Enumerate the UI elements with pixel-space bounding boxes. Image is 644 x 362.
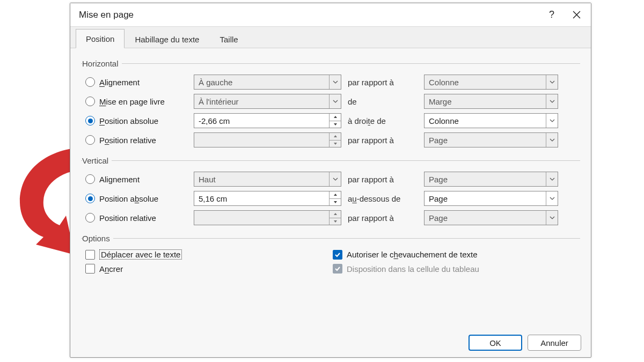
- combo-v-alignment-value[interactable]: Haut: [194, 172, 341, 187]
- group-horizontal-legend: Horizontal: [82, 59, 122, 68]
- spinner-up-icon[interactable]: [330, 133, 341, 141]
- combo-v-alignment-ref[interactable]: Page: [424, 172, 558, 187]
- label-h-relative-to-1: par rapport à: [348, 78, 418, 87]
- label-h-relative-to-2: par rapport à: [348, 136, 418, 145]
- spinner-down-icon[interactable]: [330, 218, 341, 225]
- combo-h-alignment-value[interactable]: À gauche: [194, 75, 341, 90]
- chevron-down-icon: [546, 94, 558, 108]
- close-icon: [573, 11, 581, 19]
- label-h-right-of: à droite de: [348, 116, 418, 125]
- tab-text-wrapping[interactable]: Habillage du texte: [125, 29, 209, 48]
- tab-size[interactable]: Taille: [209, 29, 248, 48]
- chevron-down-icon: [329, 94, 341, 108]
- combo-h-book-value[interactable]: À l'intérieur: [194, 94, 341, 109]
- chevron-down-icon: [546, 191, 558, 205]
- cancel-button[interactable]: Annuler: [528, 335, 581, 351]
- label-v-below: au-dessous de: [348, 194, 418, 203]
- spinner-up-icon[interactable]: [330, 114, 341, 121]
- radio-h-alignment[interactable]: Alignement: [85, 77, 187, 87]
- radio-h-absolute[interactable]: Position absolue: [85, 116, 187, 125]
- titlebar: Mise en page ?: [70, 3, 591, 27]
- combo-h-relative-ref[interactable]: Page: [424, 132, 558, 147]
- ok-button[interactable]: OK: [469, 335, 522, 351]
- chevron-down-icon: [329, 75, 341, 89]
- radio-v-alignment[interactable]: Alignement: [85, 174, 187, 184]
- chevron-down-icon: [546, 114, 558, 128]
- combo-h-alignment-ref[interactable]: Colonne: [424, 75, 558, 90]
- radio-v-relative[interactable]: Position relative: [85, 213, 187, 223]
- layout-dialog: Mise en page ? Position Habillage du tex…: [70, 3, 591, 358]
- combo-v-absolute-ref[interactable]: Page: [424, 191, 558, 206]
- spinner-h-relative-value[interactable]: [194, 132, 341, 147]
- group-vertical: Vertical Alignement Haut par rapport à P…: [81, 156, 580, 231]
- spinner-down-icon[interactable]: [330, 141, 341, 147]
- chevron-down-icon: [546, 172, 558, 186]
- check-icon: [334, 265, 341, 272]
- spinner-up-icon[interactable]: [330, 191, 341, 199]
- dialog-title: Mise en page: [79, 10, 134, 20]
- checkbox-table-cell-layout: Disposition dans la cellule du tableau: [333, 264, 580, 274]
- label-v-relative-to-1: par rapport à: [348, 175, 418, 184]
- spinner-down-icon[interactable]: [330, 199, 341, 206]
- label-v-relative-to-2: par rapport à: [348, 213, 418, 223]
- chevron-down-icon: [329, 172, 341, 186]
- radio-h-book-layout[interactable]: Mise en page livre: [85, 97, 187, 106]
- radio-v-absolute[interactable]: Position absolue: [85, 194, 187, 203]
- spinner-v-absolute-value[interactable]: 5,16 cm: [194, 191, 341, 206]
- chevron-down-icon: [546, 133, 558, 147]
- group-horizontal: Horizontal Alignement À gauche par rappo…: [81, 59, 580, 153]
- group-vertical-legend: Vertical: [82, 156, 112, 165]
- close-button[interactable]: [564, 5, 589, 25]
- dialog-footer: OK Annuler: [469, 335, 581, 351]
- tab-strip: Position Habillage du texte Taille: [70, 27, 591, 48]
- group-options: Options Déplacer avec le texte Autoriser…: [81, 234, 580, 277]
- group-options-legend: Options: [82, 234, 113, 243]
- checkbox-allow-overlap[interactable]: Autoriser le chevauchement de texte: [333, 249, 580, 260]
- help-button[interactable]: ?: [539, 5, 564, 25]
- spinner-h-absolute-value[interactable]: -2,66 cm: [194, 113, 341, 128]
- chevron-down-icon: [546, 211, 558, 225]
- chevron-down-icon: [546, 75, 558, 89]
- tab-position[interactable]: Position: [76, 29, 125, 48]
- spinner-up-icon[interactable]: [330, 211, 341, 218]
- spinner-v-relative-value[interactable]: [194, 210, 341, 225]
- combo-h-absolute-ref[interactable]: Colonne: [424, 113, 558, 128]
- label-h-of: de: [348, 97, 418, 106]
- checkbox-move-with-text[interactable]: Déplacer avec le texte: [85, 249, 333, 260]
- combo-v-relative-ref[interactable]: Page: [424, 210, 558, 225]
- combo-h-book-ref[interactable]: Marge: [424, 94, 558, 109]
- radio-h-relative[interactable]: Position relative: [85, 135, 187, 145]
- checkbox-anchor[interactable]: Ancrer: [85, 264, 333, 274]
- check-icon: [334, 252, 341, 258]
- spinner-down-icon[interactable]: [330, 121, 341, 128]
